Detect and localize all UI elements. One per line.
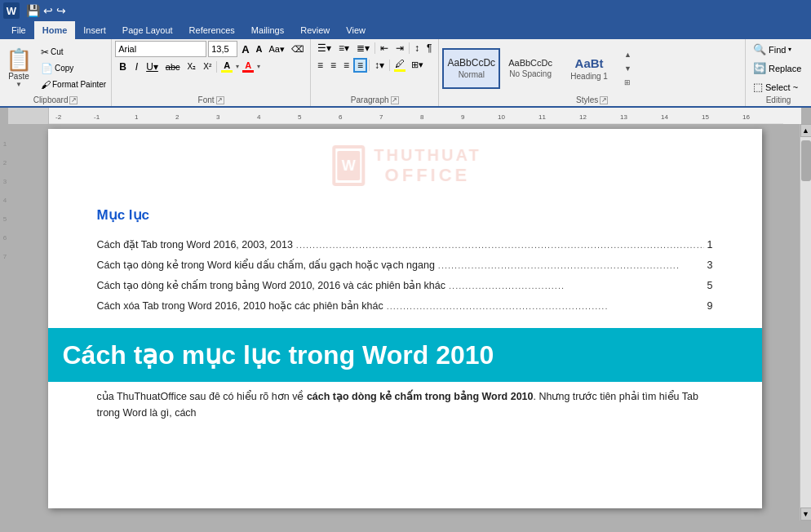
svg-text:15: 15 bbox=[702, 113, 709, 121]
svg-text:9: 9 bbox=[461, 113, 465, 121]
font-expand-icon[interactable]: ↗ bbox=[216, 96, 224, 104]
gallery-scroll-up[interactable]: ▲ bbox=[621, 49, 635, 60]
toc-page-num: 5 bbox=[707, 280, 713, 291]
styles-gallery-scroll[interactable]: ▲ ▼ ⊞ bbox=[619, 49, 636, 88]
underline-button[interactable]: U▾ bbox=[143, 60, 162, 74]
tab-home[interactable]: Home bbox=[34, 21, 76, 39]
decrease-indent-button[interactable]: ⇤ bbox=[377, 41, 392, 55]
ruler: -2 -1 1 2 3 4 5 6 7 8 9 10 11 12 13 14 1… bbox=[0, 108, 811, 124]
sidebar-num: 1 bbox=[3, 140, 7, 148]
italic-button[interactable]: I bbox=[131, 60, 142, 74]
svg-text:7: 7 bbox=[379, 113, 383, 121]
clipboard-label: Clipboard ↗ bbox=[2, 95, 109, 106]
svg-text:13: 13 bbox=[620, 113, 627, 121]
editing-group: 🔍 Find ▾ 🔄 Replace ⬚ Select ~ Editing bbox=[746, 39, 811, 106]
redo-button[interactable]: ↪ bbox=[55, 4, 68, 17]
scrollbar-down-button[interactable]: ▼ bbox=[800, 508, 812, 521]
font-color-button[interactable]: A bbox=[240, 59, 256, 74]
sidebar-num: 2 bbox=[3, 159, 7, 166]
scrollbar-up-button[interactable]: ▲ bbox=[800, 124, 812, 137]
scrollbar-thumb[interactable] bbox=[801, 140, 811, 181]
clear-formatting-button[interactable]: ⌫ bbox=[289, 42, 307, 56]
font-name-input[interactable]: Arial bbox=[115, 41, 206, 57]
toc-title: Mục lục bbox=[97, 206, 713, 224]
bold-button[interactable]: B bbox=[115, 60, 131, 74]
save-button[interactable]: 💾 bbox=[24, 4, 42, 17]
app-icon: W bbox=[3, 2, 20, 19]
increase-indent-button[interactable]: ⇥ bbox=[392, 41, 407, 55]
toc-entry: Cách xóa Tab trong Word 2016, 2010 hoặc … bbox=[97, 299, 713, 312]
toc-entry: Cách tạo dòng kẻ trong Word kiểu dấu chấ… bbox=[97, 259, 713, 271]
ribbon-tabs: File Home Insert Page Layout References … bbox=[0, 21, 811, 39]
paste-button[interactable]: 📋 Paste ▼ bbox=[2, 41, 36, 95]
numbering-button[interactable]: ≡▾ bbox=[335, 41, 352, 55]
svg-text:12: 12 bbox=[579, 113, 587, 121]
paragraph-expand-icon[interactable]: ↗ bbox=[391, 96, 399, 104]
multilevel-button[interactable]: ≣▾ bbox=[353, 41, 373, 55]
quick-access-toolbar: W 💾 ↩ ↪ bbox=[0, 0, 811, 21]
toc-entry-text: Cách tạo dòng kẻ chấm trong bảng Word 20… bbox=[97, 279, 446, 291]
select-button[interactable]: ⬚ Select ~ bbox=[749, 78, 808, 95]
tab-insert[interactable]: Insert bbox=[75, 21, 114, 39]
toc-entry: Cách đặt Tab trong Word 2016, 2003, 2013… bbox=[97, 238, 713, 250]
paragraph-group: ☰▾ ≡▾ ≣▾ ⇤ ⇥ ↕ ¶ ≡ ≡ ≡ ≡ ↕▾ 🖊 bbox=[311, 39, 439, 106]
shrink-font-button[interactable]: A bbox=[254, 42, 265, 55]
clipboard-expand-icon[interactable]: ↗ bbox=[69, 96, 78, 104]
toc-page-num: 9 bbox=[707, 300, 713, 312]
toc-entry: Cách tạo dòng kẻ chấm trong bảng Word 20… bbox=[97, 279, 713, 291]
tab-review[interactable]: Review bbox=[292, 21, 338, 39]
toc-dots: ........................................… bbox=[387, 301, 704, 311]
style-no-spacing[interactable]: AaBbCcDc No Spacing bbox=[502, 48, 559, 89]
tab-view[interactable]: View bbox=[338, 21, 374, 39]
toc-entry-text: Cách tạo dòng kẻ trong Word kiểu dấu chấ… bbox=[97, 259, 435, 271]
line-spacing-button[interactable]: ↕▾ bbox=[371, 58, 388, 73]
tab-mailings[interactable]: Mailings bbox=[243, 21, 292, 39]
justify-button[interactable]: ≡ bbox=[353, 58, 367, 73]
tab-file[interactable]: File bbox=[3, 21, 34, 39]
style-heading1[interactable]: AaBt Heading 1 bbox=[561, 48, 618, 89]
left-sidebar: 1 2 3 4 5 6 7 bbox=[0, 124, 10, 521]
gallery-expand[interactable]: ⊞ bbox=[621, 77, 635, 88]
bullets-button[interactable]: ☰▾ bbox=[314, 41, 335, 55]
grow-font-button[interactable]: A bbox=[239, 42, 251, 57]
vertical-scrollbar[interactable]: ▲ ▼ bbox=[800, 124, 811, 521]
text-highlight-button[interactable]: A bbox=[219, 59, 235, 74]
svg-text:5: 5 bbox=[298, 113, 302, 121]
document-area: 1 2 3 4 5 6 7 W bbox=[0, 124, 811, 521]
subscript-button[interactable]: X₂ bbox=[184, 60, 200, 74]
show-marks-button[interactable]: ¶ bbox=[423, 41, 435, 55]
toc-page-num: 1 bbox=[707, 239, 713, 250]
heading-banner: Cách tạo mục lục trong Word 2010 bbox=[48, 328, 762, 382]
style-normal[interactable]: AaBbCcDc Normal bbox=[442, 48, 500, 89]
font-color-dropdown[interactable]: ▾ bbox=[257, 63, 260, 70]
tab-page-layout[interactable]: Page Layout bbox=[114, 21, 181, 39]
highlight-dropdown[interactable]: ▾ bbox=[236, 63, 239, 70]
format-painter-button[interactable]: 🖌Format Painter bbox=[38, 78, 109, 92]
replace-button[interactable]: 🔄 Replace bbox=[749, 60, 808, 77]
undo-button[interactable]: ↩ bbox=[42, 4, 55, 17]
svg-text:3: 3 bbox=[216, 113, 220, 121]
body-text-bold: cách tạo dòng kẻ chấm trong bảng Word 20… bbox=[307, 391, 534, 402]
editing-group-label: Editing bbox=[749, 95, 808, 106]
borders-button[interactable]: ⊞▾ bbox=[409, 58, 426, 73]
center-align-button[interactable]: ≡ bbox=[327, 58, 339, 73]
sort-button[interactable]: ↕ bbox=[411, 41, 423, 55]
find-button[interactable]: 🔍 Find ▾ bbox=[749, 41, 808, 58]
cut-button[interactable]: ✂Cut bbox=[38, 45, 109, 60]
shading-button[interactable]: 🖊 bbox=[392, 56, 408, 73]
svg-text:6: 6 bbox=[339, 113, 343, 121]
tab-references[interactable]: References bbox=[181, 21, 243, 39]
change-case-button[interactable]: Aa▾ bbox=[266, 42, 286, 56]
strikethrough-button[interactable]: abc bbox=[162, 60, 184, 74]
align-right-button[interactable]: ≡ bbox=[340, 58, 352, 73]
gallery-scroll-down[interactable]: ▼ bbox=[621, 63, 635, 74]
document-page: W THUTHUAT OFFICE Mục lục Cách đặ bbox=[48, 129, 762, 508]
superscript-button[interactable]: X² bbox=[200, 60, 215, 74]
styles-expand-icon[interactable]: ↗ bbox=[600, 96, 608, 104]
align-left-button[interactable]: ≡ bbox=[314, 58, 326, 73]
copy-button[interactable]: 📄Copy bbox=[38, 61, 109, 76]
ribbon-body: 📋 Paste ▼ ✂Cut 📄Copy 🖌Format Painter Cli… bbox=[0, 39, 811, 108]
toc-dots: ........................................… bbox=[438, 260, 704, 270]
svg-text:2: 2 bbox=[175, 113, 179, 121]
font-size-input[interactable]: 13,5 bbox=[208, 41, 237, 57]
